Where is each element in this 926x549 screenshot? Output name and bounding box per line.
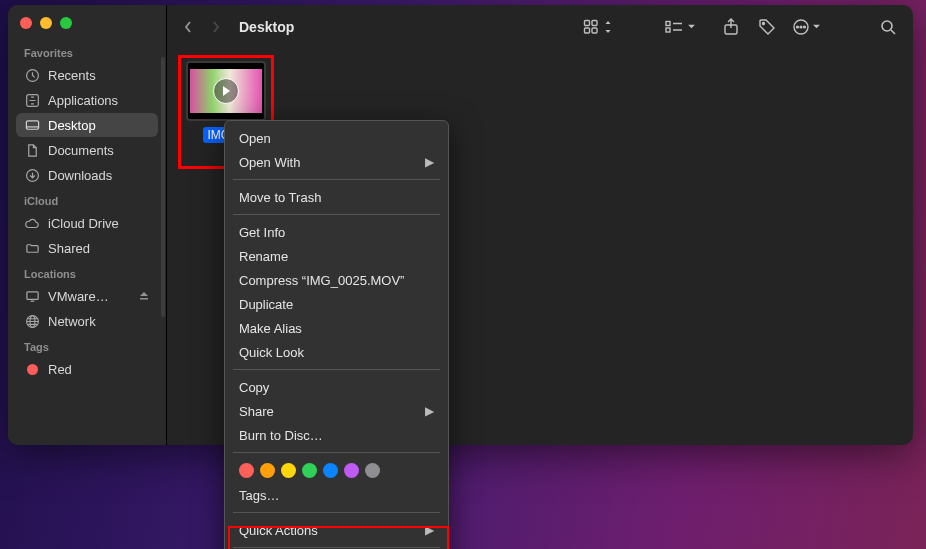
menu-separator (233, 369, 440, 370)
tag-color-orange[interactable] (260, 463, 275, 478)
group-by-button[interactable] (665, 20, 696, 34)
menu-item-quick-actions[interactable]: Quick Actions▶ (225, 518, 448, 542)
menu-item-duplicate[interactable]: Duplicate (225, 292, 448, 316)
menu-item-label: Make Alias (239, 321, 302, 336)
svg-rect-8 (592, 21, 597, 26)
menu-item-move-to-trash[interactable]: Move to Trash (225, 185, 448, 209)
tag-color-gray[interactable] (365, 463, 380, 478)
tag-color-red[interactable] (239, 463, 254, 478)
desktop-icon (24, 117, 40, 133)
menu-tag-colors (225, 458, 448, 483)
tag-color-yellow[interactable] (281, 463, 296, 478)
chevron-down-icon (812, 22, 821, 32)
sidebar-item-label: iCloud Drive (48, 216, 119, 231)
chevron-down-icon (687, 22, 696, 32)
forward-button[interactable] (209, 20, 223, 34)
eject-icon[interactable] (138, 290, 150, 302)
clock-icon (24, 67, 40, 83)
sidebar-item-label: Desktop (48, 118, 96, 133)
sidebar-scrollbar[interactable] (161, 57, 165, 317)
svg-rect-12 (666, 28, 670, 32)
menu-item-get-info[interactable]: Get Info (225, 220, 448, 244)
back-button[interactable] (181, 20, 195, 34)
sidebar-item-tag-red[interactable]: Red (16, 357, 158, 381)
minimize-window-button[interactable] (40, 17, 52, 29)
menu-item-label: Open (239, 131, 271, 146)
cloud-icon (24, 215, 40, 231)
folder-shared-icon (24, 240, 40, 256)
sidebar-item-desktop[interactable]: Desktop (16, 113, 158, 137)
svg-rect-7 (585, 21, 590, 26)
menu-item-label: Get Info (239, 225, 285, 240)
sidebar-section-tags: Tags (24, 341, 160, 353)
menu-item-label: Rename (239, 249, 288, 264)
svg-rect-9 (585, 28, 590, 33)
menu-item-open[interactable]: Open (225, 126, 448, 150)
sidebar-section-locations: Locations (24, 268, 160, 280)
tag-dot-icon (24, 361, 40, 377)
globe-icon (24, 313, 40, 329)
sidebar-item-label: Network (48, 314, 96, 329)
menu-item-label: Burn to Disc… (239, 428, 323, 443)
sidebar-item-network[interactable]: Network (16, 309, 158, 333)
chevron-right-icon: ▶ (425, 404, 434, 418)
more-button[interactable] (792, 18, 821, 36)
sidebar-item-vmware[interactable]: VMware… (16, 284, 158, 308)
menu-separator (233, 214, 440, 215)
menu-item-label: Quick Look (239, 345, 304, 360)
menu-item-label: Open With (239, 155, 300, 170)
close-window-button[interactable] (20, 17, 32, 29)
sidebar-item-shared[interactable]: Shared (16, 236, 158, 260)
svg-rect-11 (666, 22, 670, 26)
view-mode-button[interactable] (583, 19, 613, 35)
menu-item-share[interactable]: Share▶ (225, 399, 448, 423)
sidebar-item-icloud-drive[interactable]: iCloud Drive (16, 211, 158, 235)
zoom-window-button[interactable] (60, 17, 72, 29)
sidebar-item-recents[interactable]: Recents (16, 63, 158, 87)
menu-separator (233, 179, 440, 180)
sidebar: Favorites Recents Applications Desktop D… (8, 5, 166, 445)
search-button[interactable] (877, 16, 899, 38)
tag-color-purple[interactable] (344, 463, 359, 478)
menu-separator (233, 547, 440, 548)
menu-item-compress[interactable]: Compress “IMG_0025.MOV” (225, 268, 448, 292)
downloads-icon (24, 167, 40, 183)
menu-item-label: Share (239, 404, 274, 419)
sidebar-section-favorites: Favorites (24, 47, 160, 59)
sidebar-item-label: Red (48, 362, 72, 377)
menu-item-burn[interactable]: Burn to Disc… (225, 423, 448, 447)
sidebar-item-documents[interactable]: Documents (16, 138, 158, 162)
sidebar-section-icloud: iCloud (24, 195, 160, 207)
menu-item-label: Move to Trash (239, 190, 321, 205)
menu-item-open-with[interactable]: Open With▶ (225, 150, 448, 174)
sidebar-item-label: Shared (48, 241, 90, 256)
tags-button[interactable] (756, 16, 778, 38)
svg-rect-4 (26, 291, 37, 299)
document-icon (24, 142, 40, 158)
sidebar-item-downloads[interactable]: Downloads (16, 163, 158, 187)
menu-item-tags[interactable]: Tags… (225, 483, 448, 507)
updown-icon (603, 20, 613, 34)
menu-item-label: Copy (239, 380, 269, 395)
svg-point-18 (804, 26, 806, 28)
tag-color-blue[interactable] (323, 463, 338, 478)
menu-item-label: Duplicate (239, 297, 293, 312)
menu-item-rename[interactable]: Rename (225, 244, 448, 268)
menu-item-label: Tags… (239, 488, 279, 503)
sidebar-item-label: Documents (48, 143, 114, 158)
window-title: Desktop (239, 19, 294, 35)
svg-point-14 (763, 23, 765, 25)
menu-item-copy[interactable]: Copy (225, 375, 448, 399)
app-grid-icon (24, 92, 40, 108)
video-thumbnail[interactable] (186, 61, 266, 121)
tag-color-green[interactable] (302, 463, 317, 478)
sidebar-item-label: Recents (48, 68, 96, 83)
svg-point-16 (797, 26, 799, 28)
menu-item-quick-look[interactable]: Quick Look (225, 340, 448, 364)
sidebar-item-label: VMware… (48, 289, 109, 304)
svg-rect-10 (592, 28, 597, 33)
share-button[interactable] (720, 16, 742, 38)
menu-item-make-alias[interactable]: Make Alias (225, 316, 448, 340)
svg-point-17 (800, 26, 802, 28)
sidebar-item-applications[interactable]: Applications (16, 88, 158, 112)
